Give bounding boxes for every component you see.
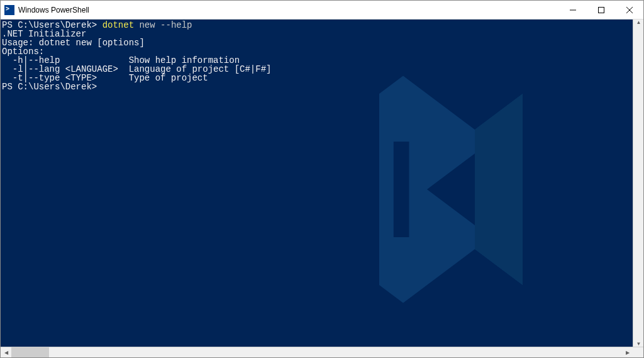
horizontal-scrollbar[interactable]: ◀ ▶ [1,347,643,357]
close-button[interactable] [615,1,643,20]
close-icon [626,7,633,13]
vertical-scrollbar[interactable]: ▲ ▼ [633,20,643,347]
window-title: Windows PowerShell [18,6,558,14]
horizontal-scroll-thumb[interactable] [11,347,49,357]
powershell-window: Windows PowerShell PS C:\Users\Derek> do… [0,0,644,358]
titlebar[interactable]: Windows PowerShell [1,1,643,20]
maximize-icon [598,7,604,13]
terminal-line: Usage: dotnet new [options] [2,38,633,47]
terminal-text: dotnet [103,20,134,30]
minimize-button[interactable] [558,1,587,20]
window-controls [558,1,643,19]
terminal-line: PS C:\Users\Derek> [2,82,633,91]
terminal-line: .NET Initializer [2,30,633,38]
vertical-scroll-track[interactable] [633,25,643,341]
terminal[interactable]: PS C:\Users\Derek> dotnet new --help.NET… [1,20,633,347]
powershell-icon [4,5,14,15]
scroll-right-arrow[interactable]: ▶ [622,347,633,357]
terminal-line: -h|--help Show help information [2,56,633,65]
scrollbar-corner [633,347,643,357]
terminal-text: new --help [139,20,192,30]
horizontal-scroll-track[interactable] [11,347,622,357]
terminal-line: -t|--type <TYPE> Type of project [2,74,633,82]
terminal-output: PS C:\Users\Derek> dotnet new --help.NET… [1,20,633,347]
maximize-button[interactable] [587,1,615,20]
terminal-text: PS C:\Users\Derek> [2,82,97,92]
scroll-up-arrow[interactable]: ▲ [633,20,643,25]
scroll-down-arrow[interactable]: ▼ [633,341,643,347]
terminal-line: -l|--lang <LANGUAGE> Language of project… [2,65,633,74]
svg-rect-1 [598,8,604,13]
terminal-line: Options: [2,47,633,56]
scroll-left-arrow[interactable]: ◀ [1,347,11,357]
terminal-line: PS C:\Users\Derek> dotnet new --help [2,21,633,30]
minimize-icon [570,7,576,13]
